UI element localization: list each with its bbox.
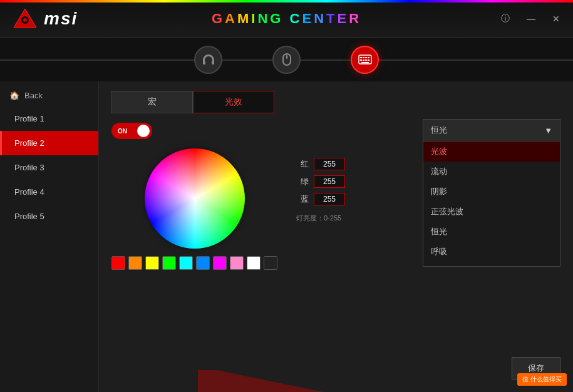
nav-mouse-icon[interactable] [272,46,301,74]
effect-item-yinying[interactable]: 阴影 [423,182,560,202]
swatch-green[interactable] [162,256,176,270]
red-label: 红 [296,158,309,170]
watermark: 值 什么值得买 [517,373,567,386]
home-icon: 🏠 [9,91,19,100]
green-label: 绿 [296,176,309,187]
navbar [0,38,573,81]
effect-item-guangbo[interactable]: 光波 [423,142,560,162]
msi-text: msi [44,9,78,29]
red-row: 红 [296,158,345,170]
back-button[interactable]: 🏠 Back [0,85,98,106]
color-wheel[interactable] [145,148,245,249]
swatch-pink[interactable] [230,256,244,270]
svg-rect-3 [203,61,205,64]
red-input[interactable] [314,158,345,170]
svg-rect-4 [212,61,214,64]
color-wheel-container [111,148,277,270]
swatch-orange[interactable] [128,256,142,270]
rgb-inputs: 红 绿 蓝 灯亮度：0-255 [296,158,345,223]
blue-label: 蓝 [296,193,309,205]
svg-rect-9 [360,57,362,58]
sidebar: 🏠 Back Profile 1 Profile 2 Profile 3 Pro… [0,81,99,392]
toggle-knob [137,125,150,137]
sidebar-item-profile3[interactable]: Profile 3 [0,155,98,180]
sidebar-item-profile2[interactable]: Profile 2 [0,131,98,155]
svg-rect-17 [361,62,369,63]
swatch-black[interactable] [264,256,277,270]
blue-row: 蓝 [296,193,345,205]
app-title: GAMING CENTER [212,11,361,27]
blue-input[interactable] [314,193,345,205]
effect-item-hengguang[interactable]: 恒光 [423,222,560,242]
green-input[interactable] [314,175,345,188]
svg-rect-13 [360,59,362,61]
svg-point-7 [286,56,287,58]
svg-rect-10 [363,57,364,58]
window-controls: ⓘ — ✕ [497,12,564,26]
minimize-button[interactable]: — [523,13,539,25]
sidebar-item-profile1[interactable]: Profile 1 [0,106,98,131]
back-label: Back [24,91,43,100]
rainbow-bar [0,0,573,3]
sidebar-item-profile5[interactable]: Profile 5 [0,204,98,229]
on-off-toggle[interactable]: ON [111,123,152,139]
rgb-range-label: 灯亮度：0-255 [296,214,345,223]
content-area: 宏 光效 ON [99,81,573,392]
decorative-triangle [198,370,323,392]
effect-item-caihong[interactable]: 彩虹 [423,262,560,267]
svg-rect-16 [368,59,369,61]
nav-keyboard-icon[interactable] [351,46,379,74]
msi-logo-icon [13,8,38,29]
swatch-magenta[interactable] [213,256,227,270]
svg-rect-14 [363,59,364,61]
nav-headphones-icon[interactable] [194,46,222,74]
chevron-down-icon: ▼ [544,126,552,135]
close-button[interactable]: ✕ [549,13,564,25]
tab-buttons: 宏 光效 [111,91,274,113]
color-swatches [111,256,277,270]
titlebar: msi GAMING CENTER ⓘ — ✕ [0,0,573,38]
effect-dropdown-container: 恒光 ▼ 光波 流动 阴影 正弦光波 恒光 呼吸 彩虹 一触即发 雨滴 彩虹轮廓 [423,119,560,267]
tab-macro[interactable]: 宏 [111,91,193,113]
effect-list: 光波 流动 阴影 正弦光波 恒光 呼吸 彩虹 一触即发 雨滴 彩虹轮廓 [423,142,560,267]
info-button[interactable]: ⓘ [497,12,514,26]
green-row: 绿 [296,175,345,188]
svg-point-2 [23,18,27,22]
svg-rect-12 [368,57,369,58]
toggle-label: ON [118,128,127,135]
sidebar-item-profile4[interactable]: Profile 4 [0,180,98,204]
logo-area: msi [0,8,90,29]
tab-lighting[interactable]: 光效 [193,91,274,113]
nav-icons-container [194,46,379,74]
main-layout: 🏠 Back Profile 1 Profile 2 Profile 3 Pro… [0,81,573,392]
swatch-blue[interactable] [196,256,210,270]
swatch-red[interactable] [111,256,125,270]
svg-rect-11 [365,57,367,58]
swatch-yellow[interactable] [145,256,159,270]
swatch-cyan[interactable] [179,256,193,270]
effect-item-huxi[interactable]: 呼吸 [423,242,560,262]
effect-item-zhenxian[interactable]: 正弦光波 [423,202,560,222]
swatch-white[interactable] [247,256,261,270]
effect-selected-label: 恒光 [431,125,447,136]
effect-dropdown-header[interactable]: 恒光 ▼ [423,119,560,142]
svg-rect-15 [365,59,367,61]
effect-item-liudong[interactable]: 流动 [423,162,560,182]
